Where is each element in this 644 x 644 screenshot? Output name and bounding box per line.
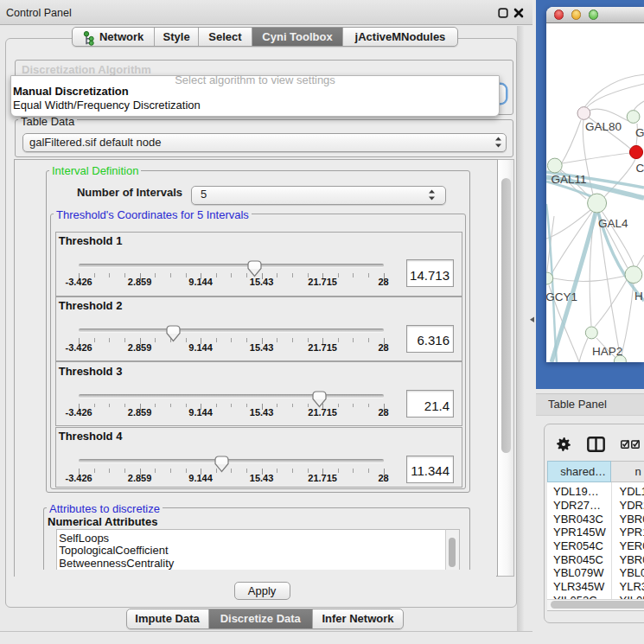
svg-text:GAL11: GAL11 [552, 173, 587, 186]
svg-text:H: H [634, 290, 643, 303]
svg-text:HAP2: HAP2 [592, 345, 622, 358]
svg-text:GAL80: GAL80 [585, 120, 622, 133]
svg-text:CO: CO [635, 162, 644, 175]
svg-text:GA: GA [635, 126, 644, 139]
svg-text:GCY1: GCY1 [546, 290, 577, 303]
svg-text:GAL4: GAL4 [598, 217, 628, 230]
